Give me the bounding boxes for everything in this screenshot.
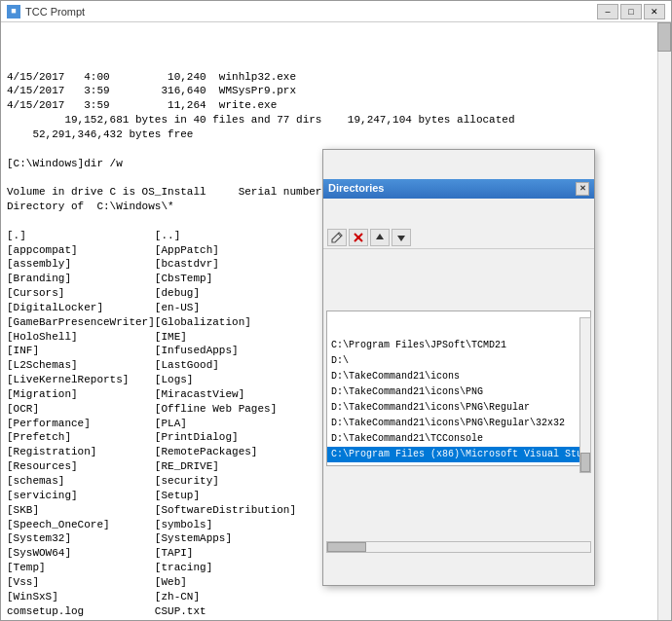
- directory-list-item[interactable]: C:\Program Files (x86)\Microsoft Visual …: [327, 447, 590, 462]
- main-window: ■ TCC Prompt – □ ✕ 4/15/2017 4:00 10,240…: [0, 0, 672, 621]
- maximize-button[interactable]: □: [620, 4, 642, 19]
- title-bar: ■ TCC Prompt – □ ✕: [1, 1, 671, 22]
- dialog-close-button[interactable]: ✕: [576, 182, 589, 196]
- dialog-hscroll-thumb[interactable]: [327, 542, 366, 552]
- terminal-line: diagwrn.xml DirectX.log: [7, 618, 665, 620]
- terminal-line: 4/15/2017 3:59 316,640 WMSysPr9.prx: [7, 84, 665, 98]
- dialog-title: Directories: [328, 181, 576, 196]
- move-down-button[interactable]: [392, 229, 411, 246]
- window-controls: – □ ✕: [597, 4, 665, 19]
- minimize-button[interactable]: –: [597, 4, 618, 19]
- dialog-title-bar: Directories ✕: [323, 179, 594, 199]
- terminal-line: [WinSxS] [zh-CN]: [7, 590, 665, 604]
- edit-button[interactable]: [327, 229, 347, 246]
- directory-list-item[interactable]: D:\: [327, 353, 590, 369]
- dialog-horizontal-scrollbar[interactable]: [326, 541, 591, 553]
- directory-list-item[interactable]: D:\TakeCommand21\icons\PNG\Regular: [327, 400, 590, 416]
- terminal-line: 52,291,346,432 bytes free: [7, 128, 665, 142]
- dialog-toolbar: [323, 227, 594, 249]
- move-up-button[interactable]: [370, 229, 390, 246]
- terminal-line: comsetup.log CSUP.txt: [7, 604, 665, 619]
- svg-marker-4: [397, 236, 405, 241]
- directory-list-item[interactable]: D:\TakeCommand21\icons: [327, 369, 590, 384]
- close-button[interactable]: ✕: [644, 4, 665, 19]
- delete-button[interactable]: [349, 229, 368, 246]
- terminal-area: 4/15/2017 4:00 10,240 winhlp32.exe4/15/2…: [1, 22, 671, 620]
- dialog-scroll-thumb[interactable]: [580, 453, 590, 472]
- scrollbar-thumb[interactable]: [657, 22, 671, 52]
- vertical-scrollbar[interactable]: [657, 22, 671, 620]
- directories-list[interactable]: C:\Program Files\JPSoft\TCMD21D:\D:\Take…: [326, 310, 591, 466]
- terminal-line: 4/15/2017 3:59 11,264 write.exe: [7, 98, 665, 113]
- dialog-vertical-scrollbar[interactable]: [579, 317, 591, 473]
- directory-list-item[interactable]: D:\TakeCommand21\TCConsole: [327, 431, 590, 447]
- terminal-line: 19,152,681 bytes in 40 files and 77 dirs…: [7, 113, 665, 128]
- window-title: TCC Prompt: [25, 6, 597, 18]
- directory-list-item[interactable]: D:\TakeCommand21\icons\PNG: [327, 384, 590, 400]
- directory-list-item[interactable]: D:\TakeCommand21\icons\PNG\Regular\32x32: [327, 416, 590, 431]
- terminal-line: 4/15/2017 4:00 10,240 winhlp32.exe: [7, 70, 665, 85]
- directories-dialog: Directories ✕: [322, 149, 595, 586]
- svg-marker-3: [376, 234, 384, 239]
- directory-list-item[interactable]: C:\Program Files\JPSoft\TCMD21: [327, 338, 590, 353]
- app-icon: ■: [7, 5, 20, 18]
